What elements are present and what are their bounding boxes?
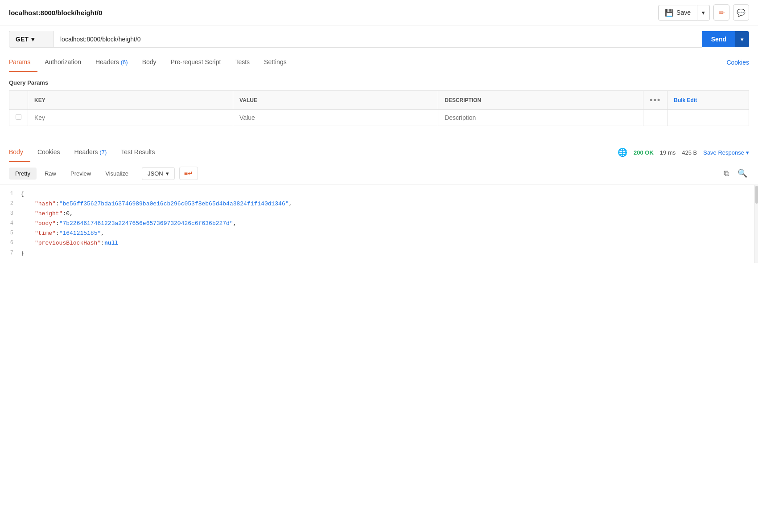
wrap-icon: ≡↵ (184, 170, 193, 177)
wrap-button[interactable]: ≡↵ (179, 167, 198, 180)
format-tab-visualize[interactable]: Visualize (99, 168, 135, 180)
edit-icon: ✏ (719, 8, 725, 17)
query-params-label: Query Params (9, 79, 749, 86)
copy-button[interactable]: ⧉ (722, 167, 731, 180)
bulk-edit-header[interactable]: Bulk Edit (667, 91, 749, 110)
line-num-7: 7 (4, 249, 21, 258)
globe-icon: 🌐 (618, 147, 627, 157)
line-num-5: 5 (4, 229, 21, 237)
json-close-brace: } (21, 249, 24, 258)
save-response-button[interactable]: Save Response ▾ (703, 149, 749, 156)
response-tab-test-results[interactable]: Test Results (114, 143, 162, 162)
format-tab-preview[interactable]: Preview (64, 168, 97, 180)
scrollbar-thumb[interactable] (755, 186, 758, 204)
json-value-time: "1641215185" (59, 229, 101, 238)
response-tabs: Body Cookies Headers (7) Test Results 🌐 … (0, 143, 758, 162)
response-section: Body Cookies Headers (7) Test Results 🌐 … (0, 143, 758, 263)
json-value-previousblockhash: null (104, 238, 118, 248)
request-tabs: Params Authorization Headers (6) Body Pr… (0, 53, 758, 72)
edit-button[interactable]: ✏ (713, 4, 729, 20)
value-col-header: VALUE (233, 91, 438, 110)
line-num-1: 1 (4, 189, 21, 198)
format-toolbar: Pretty Raw Preview Visualize JSON ▾ ≡↵ ⧉… (0, 162, 758, 185)
scrollbar-track[interactable] (754, 185, 758, 263)
json-line-1: 1 { (0, 189, 758, 199)
tab-headers[interactable]: Headers (6) (88, 53, 135, 72)
description-col-header: DESCRIPTION (438, 91, 643, 110)
json-line-2: 2 "hash" : "be56ff35627bda163746989ba0e1… (0, 199, 758, 209)
row-checkbox (9, 110, 28, 126)
json-line-4: 4 "body" : "7b2264617461223a2247656e6573… (0, 219, 758, 229)
comment-icon: 💬 (737, 8, 746, 17)
save-response-label: Save Response (703, 149, 744, 156)
value-input[interactable] (239, 114, 432, 121)
json-key-time: "time" (35, 229, 56, 238)
cookies-link[interactable]: Cookies (726, 59, 749, 66)
key-cell[interactable] (28, 110, 233, 126)
send-label: Send (711, 36, 726, 43)
tab-params[interactable]: Params (9, 53, 37, 72)
format-tab-raw[interactable]: Raw (38, 168, 62, 180)
description-input[interactable] (445, 114, 637, 121)
key-col-header: KEY (28, 91, 233, 110)
request-bar: GET ▾ Send ▾ (0, 25, 758, 53)
line-num-3: 3 (4, 209, 21, 218)
key-input[interactable] (34, 114, 227, 121)
save-button-group: 💾 Save ▾ (658, 5, 710, 20)
copy-icon: ⧉ (724, 169, 729, 178)
json-select-arrow: ▾ (166, 170, 169, 177)
headers-badge: (6) (121, 59, 128, 65)
send-dropdown-arrow[interactable]: ▾ (735, 31, 749, 47)
search-icon: 🔍 (737, 169, 747, 178)
send-button[interactable]: Send (702, 31, 735, 47)
params-table: KEY VALUE DESCRIPTION ••• Bulk Edit (9, 90, 749, 126)
format-tab-pretty[interactable]: Pretty (9, 168, 37, 180)
status-code: 200 OK (634, 149, 654, 156)
tab-settings[interactable]: Settings (257, 53, 294, 72)
response-time: 19 ms (660, 149, 676, 156)
json-line-3: 3 "height" : 0 , (0, 209, 758, 219)
params-section: Query Params KEY VALUE DESCRIPTION ••• B… (0, 72, 758, 130)
json-format-select[interactable]: JSON ▾ (142, 167, 175, 180)
json-value-body: "7b2264617461223a2247656e6573697320426c6… (59, 219, 233, 229)
save-button[interactable]: 💾 Save (658, 5, 697, 20)
url-input[interactable] (54, 31, 702, 48)
json-viewer-area: 1 { 2 "hash" : "be56ff35627bda163746989b… (0, 185, 758, 263)
response-status-bar: 🌐 200 OK 19 ms 425 B Save Response ▾ (618, 147, 749, 157)
tab-authorization[interactable]: Authorization (37, 53, 88, 72)
row-bulk (667, 110, 749, 126)
checkbox-col-header (9, 91, 28, 110)
json-value-height: 0 (66, 209, 70, 219)
search-button[interactable]: 🔍 (736, 167, 749, 180)
json-key-body: "body" (35, 219, 56, 229)
response-size: 425 B (682, 149, 697, 156)
format-right-actions: ⧉ 🔍 (722, 167, 749, 180)
value-cell[interactable] (233, 110, 438, 126)
top-bar-actions: 💾 Save ▾ ✏ 💬 (658, 4, 749, 20)
response-tab-headers[interactable]: Headers (7) (67, 143, 114, 162)
method-dropdown-arrow: ▾ (31, 36, 34, 43)
line-num-2: 2 (4, 199, 21, 208)
response-tab-body[interactable]: Body (9, 143, 30, 162)
more-options-header: ••• (643, 91, 667, 110)
json-label: JSON (148, 170, 163, 177)
param-checkbox[interactable] (16, 114, 21, 120)
send-button-group: Send ▾ (702, 31, 749, 47)
json-key-height: "height" (35, 209, 62, 219)
tab-tests[interactable]: Tests (228, 53, 257, 72)
page-title: localhost:8000/block/height/0 (9, 9, 102, 16)
line-num-4: 4 (4, 219, 21, 228)
json-line-7: 7 } (0, 249, 758, 258)
method-select[interactable]: GET ▾ (9, 31, 54, 48)
description-cell[interactable] (438, 110, 643, 126)
response-tab-cookies[interactable]: Cookies (30, 143, 67, 162)
json-key-previousblockhash: "previousBlockHash" (35, 238, 101, 248)
tab-body[interactable]: Body (135, 53, 164, 72)
json-open-brace: { (21, 189, 24, 199)
tab-pre-request-script[interactable]: Pre-request Script (164, 53, 228, 72)
comment-button[interactable]: 💬 (733, 4, 749, 20)
json-value-hash: "be56ff35627bda163746989ba0e16cb296c053f… (59, 199, 289, 209)
json-line-5: 5 "time" : "1641215185" , (0, 229, 758, 238)
json-key-hash: "hash" (35, 199, 56, 209)
save-dropdown-arrow[interactable]: ▾ (697, 5, 710, 20)
